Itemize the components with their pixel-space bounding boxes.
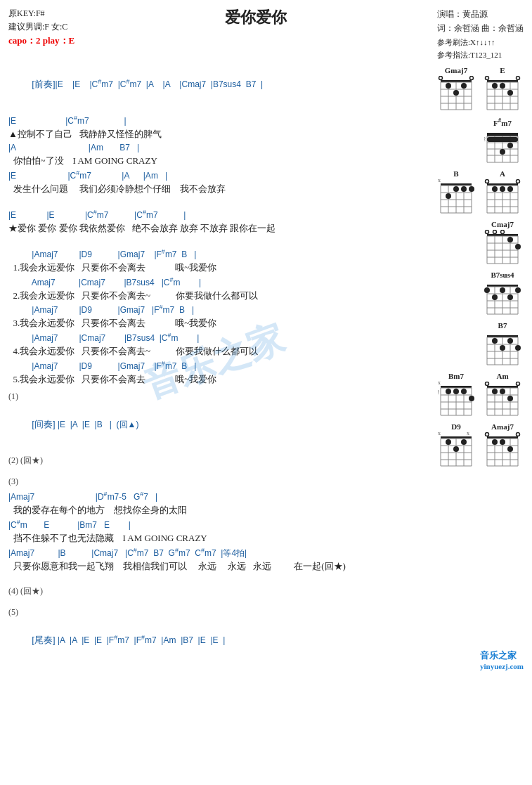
svg-point-108 bbox=[500, 287, 505, 293]
paren4: (4) (回★) bbox=[8, 585, 409, 597]
header: 原KEY:F# 建议男调:F 女:C capo：2 play：E 爱你爱你 演唱… bbox=[8, 7, 524, 62]
chord-row-7: Bm7 x 2 bbox=[415, 372, 524, 418]
verse2-section: |Amaj7 |D9 |Gmaj7 |F#m7 B | 1.我会永远爱你 只要你… bbox=[8, 247, 409, 387]
capo-line: capo：2 play：E bbox=[8, 34, 74, 48]
svg-point-45 bbox=[500, 149, 505, 155]
v2-chord2: Amaj7 |Cmaj7 |B7sus4 |C#m | bbox=[8, 275, 409, 289]
svg-text:x: x bbox=[438, 382, 441, 386]
chord-d9: D9 x x bbox=[435, 422, 477, 469]
v2-lyric5: 5.我会永远爱你 只要你不会离去 哦~我爱你 bbox=[8, 372, 409, 387]
v2-chord4: |Amaj7 |Cmaj7 |B7sus4 |C#m | bbox=[8, 331, 409, 344]
svg-point-142 bbox=[469, 396, 474, 401]
svg-point-63 bbox=[486, 179, 489, 183]
bridge-lyric1: 我的爱存在每个的地方 想找你全身的太阳 bbox=[8, 503, 409, 518]
v1-lyric1: ▲控制不了自己 我静静又怪怪的脾气 bbox=[8, 127, 409, 142]
svg-point-157 bbox=[500, 389, 505, 394]
chord-cmaj7-name: Cmaj7 bbox=[491, 220, 514, 228]
chord-a: A bbox=[481, 169, 524, 216]
chord-cmaj7: Cmaj7 bbox=[481, 220, 524, 266]
prelude-section: [前奏]|E |E |C#m7 |C#m7 |A |A |Cmaj7 |B7su… bbox=[8, 65, 409, 104]
chord-fshm7: F#m7 bbox=[481, 117, 524, 165]
svg-point-31 bbox=[507, 90, 513, 96]
svg-point-62 bbox=[446, 193, 451, 199]
chord-b: B x bbox=[435, 169, 477, 216]
finger: 参考指法:T123_121 bbox=[437, 48, 524, 62]
svg-point-124 bbox=[507, 338, 513, 344]
chorus-lyric: ★爱你 爱你 爱你 我依然爱你 绝不会放弃 放弃 不放弃 跟你在一起 bbox=[8, 221, 409, 236]
singer: 演唱：黄品源 bbox=[437, 7, 524, 21]
v1-lyric3: 发生什么问题 我们必须冷静想个仔细 我不会放弃 bbox=[8, 182, 409, 197]
svg-point-122 bbox=[492, 338, 498, 344]
chord-row-2: F#m7 bbox=[415, 117, 524, 165]
chord-e-name: E bbox=[500, 66, 505, 74]
main-content: [前奏]|E |E |C#m7 |C#m7 |A |A |Cmaj7 |B7su… bbox=[8, 65, 524, 663]
svg-point-15 bbox=[461, 83, 467, 89]
strum: 参考刷法:X↑↓↓↑↑ bbox=[437, 36, 524, 49]
v1-lyric2: 你怕怕~了没 I AM GOING CRAZY bbox=[8, 154, 409, 169]
lyricist: 词：余哲涵 曲：余哲涵 bbox=[437, 21, 524, 35]
v1-chord1: |E |C#m7 | bbox=[8, 114, 409, 127]
svg-point-140 bbox=[453, 389, 459, 394]
svg-point-60 bbox=[461, 186, 467, 192]
svg-point-176 bbox=[517, 432, 520, 436]
outro-section: [尾奏] |A |A |E |E |F#m7 |F#m7 |Am |B7 |E … bbox=[8, 621, 409, 660]
v1-chord2: |A |Am B7 | bbox=[8, 141, 409, 154]
svg-text:x: x bbox=[438, 432, 441, 436]
svg-point-173 bbox=[453, 446, 459, 452]
song-title: 爱你爱你 bbox=[74, 7, 437, 28]
svg-point-189 bbox=[500, 439, 505, 445]
chord-diagrams: Gmaj7 bbox=[415, 65, 524, 663]
svg-point-76 bbox=[492, 186, 498, 192]
chord-am-name: Am bbox=[496, 372, 508, 380]
bridge-section: |Amaj7 |D#m7-5 G#7 | 我的爱存在每个的地方 想找你全身的太阳… bbox=[8, 490, 409, 573]
chord-bm7: Bm7 x 2 bbox=[435, 372, 477, 418]
chord-a-name: A bbox=[500, 169, 505, 178]
svg-point-13 bbox=[446, 83, 451, 89]
svg-point-61 bbox=[469, 186, 474, 192]
paren1: (1) bbox=[8, 391, 409, 402]
bridge-chord2: |C#m E |Bm7 E | bbox=[8, 518, 409, 531]
svg-point-175 bbox=[486, 432, 489, 436]
svg-point-107 bbox=[492, 294, 498, 300]
verse1-section: |E |C#m7 | ▲控制不了自己 我静静又怪怪的脾气 |A |Am B7 |… bbox=[8, 114, 409, 197]
svg-point-174 bbox=[461, 439, 467, 445]
chord-b7sus4-name: B7sus4 bbox=[491, 271, 514, 279]
svg-text:x: x bbox=[467, 432, 469, 436]
svg-point-110 bbox=[515, 287, 521, 293]
svg-text:x: x bbox=[438, 179, 441, 183]
v2-lyric1: 1.我会永远爱你 只要你不会离去 哦~我爱你 bbox=[8, 261, 409, 275]
svg-point-30 bbox=[500, 83, 505, 89]
svg-point-28 bbox=[517, 77, 520, 80]
paren2: (2) (回★) bbox=[8, 455, 409, 467]
bridge-lyric2: 挡不住躲不了也无法隐藏 I AM GOING CRAZY bbox=[8, 531, 409, 546]
svg-point-29 bbox=[492, 83, 498, 89]
interlude-label: [间奏] bbox=[32, 419, 55, 429]
bridge-lyric3: 只要你愿意和我一起飞翔 我相信我们可以 永远 永远 永远 在一起(回★) bbox=[8, 559, 409, 574]
chord-row-5: B7sus4 bbox=[415, 271, 524, 317]
header-center: 爱你爱你 bbox=[74, 7, 437, 28]
svg-point-123 bbox=[500, 345, 505, 351]
prelude-chords: |E |E |C#m7 |C#m7 |A |A |Cmaj7 |B7sus4 B… bbox=[56, 79, 264, 89]
chord-b7sus4: B7sus4 bbox=[481, 271, 524, 317]
paren5: (5) bbox=[8, 607, 409, 618]
prelude-line: [前奏]|E |E |C#m7 |C#m7 |A |A |Cmaj7 |B7su… bbox=[8, 65, 409, 104]
svg-point-64 bbox=[517, 179, 520, 183]
svg-point-109 bbox=[507, 294, 513, 300]
v2-lyric4: 4.我会永远爱你 只要你不会离去~ 你要我做什么都可以 bbox=[8, 344, 409, 359]
svg-rect-43 bbox=[487, 137, 518, 142]
svg-point-59 bbox=[453, 186, 459, 192]
chord-amaj7: Amaj7 bbox=[481, 422, 524, 469]
v2-chord1: |Amaj7 |D9 |Gmaj7 |F#m7 B | bbox=[8, 247, 409, 261]
svg-point-11 bbox=[439, 77, 443, 80]
interlude-line: [间奏] |E |A |E |B | (回▲) bbox=[8, 405, 409, 444]
logo-site: yinyuezj.com bbox=[480, 662, 524, 670]
svg-point-143 bbox=[486, 382, 489, 385]
prelude-label: [前奏] bbox=[32, 79, 55, 89]
header-left: 原KEY:F# 建议男调:F 女:C capo：2 play：E bbox=[8, 7, 74, 51]
svg-text:2: 2 bbox=[438, 389, 439, 396]
v2-lyric2: 2.我会永远爱你 只要你不会离去~ 你要我做什么都可以 bbox=[8, 289, 409, 304]
svg-point-81 bbox=[501, 230, 505, 233]
v2-lyric3: 3.我会永远爱你 只要你不会离去 哦~我爱你 bbox=[8, 316, 409, 331]
v2-chord5: |Amaj7 |D9 |Gmaj7 |F#m7 B | bbox=[8, 359, 409, 372]
svg-point-188 bbox=[492, 439, 498, 445]
